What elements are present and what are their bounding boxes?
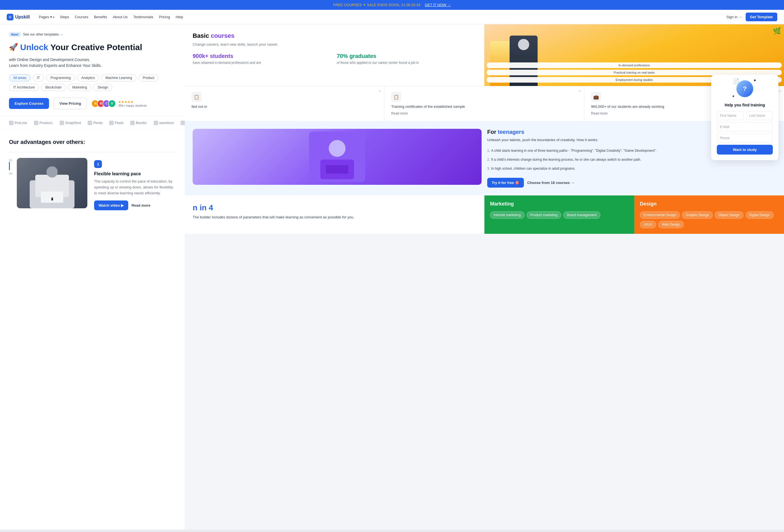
marketing-tags: Internet marketing Product marketing Bra… (490, 212, 628, 219)
main-container: New! See our other templates → 🚀 Unlock … (0, 24, 784, 530)
new-badge: New! See our other templates → (9, 32, 176, 37)
announcement-cta[interactable]: GET IT NOW → (425, 3, 451, 7)
announcement-bar: FREE COURSES ✦ SALE ENDS SOON, 21:06:33:… (0, 0, 784, 10)
new-pill: New! (9, 32, 21, 37)
brand-penta: Penta (88, 121, 103, 125)
hero-subtitle-line2: Learn from Industry Experts and Enhance … (9, 63, 176, 68)
advantage-title-1: Flexible learning pace (94, 171, 176, 176)
nav-steps[interactable]: Steps (60, 15, 69, 19)
email-input[interactable] (717, 122, 773, 131)
tag-brand-management[interactable]: Brand management (563, 212, 600, 219)
teen-list-item-3: 3.In high school, children can specializ… (487, 165, 776, 172)
stat-card-enrolled: ↗ 📋 lled out in (185, 86, 385, 121)
expand-icon-certs[interactable]: ↗ (579, 90, 581, 93)
certificates-icon: 📋 (391, 92, 401, 102)
builder-section: n in 4 The builder includes dozens of pa… (185, 195, 484, 234)
flash-icon (109, 121, 114, 125)
tag-all-areas[interactable]: All areas (9, 74, 30, 82)
tag-it[interactable]: IT (33, 74, 44, 82)
stat-graduates-desc: of those who applied to our career cente… (337, 60, 477, 65)
nav-courses[interactable]: Courses (75, 15, 88, 19)
expand-icon-working[interactable]: ↗ (778, 90, 781, 93)
try-free-button[interactable]: Try it for free 🎯 (487, 178, 524, 188)
student-avatars: A B C D (91, 100, 116, 108)
stat-students: 900k+ students have obtained in-demand p… (193, 53, 332, 65)
hero-subtitle-line1: with Online Design and Development Cours… (9, 57, 176, 63)
get-template-button[interactable]: Get Template (746, 12, 777, 21)
form-card-title: Help you find training (717, 103, 773, 107)
nav-testimonials[interactable]: Testimonials (133, 15, 153, 19)
logo-text: Upskill (15, 15, 30, 20)
builder-num-text: n in 4 (193, 203, 213, 212)
tags-container: All areas IT Programming Analytics Machi… (9, 74, 176, 91)
rocket-icon: 🚀 (9, 43, 18, 52)
explore-courses-button[interactable]: Explore Courses (9, 98, 49, 109)
tag-graphic-design[interactable]: Graphic Design (682, 212, 712, 219)
first-name-input[interactable] (717, 111, 744, 120)
stat-graduates-number: 70% graduates (337, 53, 477, 59)
brand-border: Border (130, 121, 147, 125)
nav-pages[interactable]: Pages ▾ (39, 15, 54, 19)
tag-ui-ux[interactable]: UI/UX (640, 221, 656, 228)
brand-vision: vision (180, 121, 185, 125)
advantage-actions-1: Watch video ▶ Read more (94, 200, 176, 210)
tag-product-marketing[interactable]: Product marketing (527, 212, 561, 219)
expand-icon-enrolled[interactable]: ↗ (379, 90, 381, 93)
stat-graduates: 70% graduates of those who applied to ou… (337, 53, 477, 65)
brand-product: Product. (34, 121, 53, 125)
enrolled-text: lled out in (192, 104, 377, 109)
new-badge-text[interactable]: See our other templates → (23, 32, 63, 36)
tag-blockchain[interactable]: Blockchain (41, 84, 66, 91)
teen-image (193, 129, 482, 185)
teen-title-for: For (487, 129, 498, 135)
advantage-content-1: 1 Flexible learning pace The capacity to… (94, 158, 176, 210)
certificates-text: Training certificates of the established… (391, 104, 577, 109)
teen-title-highlight: teenagers (498, 129, 525, 135)
choose-courses-button[interactable]: Choose from 18 courses → (527, 180, 574, 185)
advantage-badge-1: 1 (94, 160, 102, 168)
certificates-read-more[interactable]: Read more (391, 111, 577, 115)
page-indicator-line (9, 162, 10, 170)
tag-marketing[interactable]: Marketing (68, 84, 91, 91)
svg-point-2 (47, 166, 58, 177)
tag-web-design[interactable]: Web Design (658, 221, 684, 228)
stat-students-desc: have obtained in-demand professions and … (193, 60, 332, 65)
stat-card-certificates: ↗ 📋 Training certificates of the establi… (385, 86, 584, 121)
view-pricing-button[interactable]: View Pricing (54, 98, 87, 109)
design-column: Design Environmental Design Graphic Desi… (634, 195, 784, 234)
stats-cards-row: ↗ 📋 lled out in ↗ 📋 Training certificate… (185, 86, 784, 121)
form-illustration: ? 📄 ✦ ✦ (717, 80, 773, 100)
bottom-right: n in 4 The builder includes dozens of pa… (185, 195, 784, 234)
chip-in-demand: In-demand professions (487, 62, 782, 68)
tag-object-design[interactable]: Object Design (715, 212, 743, 219)
logo[interactable]: U Upskill (7, 14, 30, 21)
phone-input[interactable] (717, 134, 773, 142)
tag-environmental-design[interactable]: Environmental Design (640, 212, 680, 219)
stats-row: 900k+ students have obtained in-demand p… (193, 53, 476, 65)
last-name-input[interactable] (746, 111, 773, 120)
builder-desc: The builder includes dozens of parameter… (193, 215, 477, 220)
tag-programming[interactable]: Programming (46, 74, 75, 82)
tag-machine-learning[interactable]: Machine Learning (101, 74, 136, 82)
read-more-button-advantages[interactable]: Read more (132, 200, 150, 210)
basic-title-highlight: courses (211, 32, 234, 39)
nav-help[interactable]: Help (175, 15, 183, 19)
tag-analytics[interactable]: Analytics (77, 74, 99, 82)
stat-students-number: 900k+ students (193, 53, 332, 59)
tag-design[interactable]: Design (93, 84, 112, 91)
sign-in-button[interactable]: Sign in → (726, 15, 742, 19)
tag-it-architecture[interactable]: IT Architecture (9, 84, 39, 91)
nav-pricing[interactable]: Pricing (159, 15, 170, 19)
courses-columns: Marketing Internet marketing Product mar… (484, 195, 784, 234)
advantages-title: Our advantages over others: (9, 139, 176, 145)
nav-about[interactable]: About Us (113, 15, 128, 19)
brand-flash: Flash (109, 121, 123, 125)
watch-video-button[interactable]: Watch video ▶ (94, 200, 128, 210)
tag-digital-design[interactable]: Digital Design (746, 212, 774, 219)
tag-product[interactable]: Product (139, 74, 159, 82)
form-submit-button[interactable]: Want to study (717, 145, 773, 155)
tag-internet-marketing[interactable]: Internet marketing (490, 212, 525, 219)
svg-rect-3 (41, 192, 63, 203)
snapshot-icon (60, 121, 64, 125)
nav-benefits[interactable]: Benefits (94, 15, 107, 19)
